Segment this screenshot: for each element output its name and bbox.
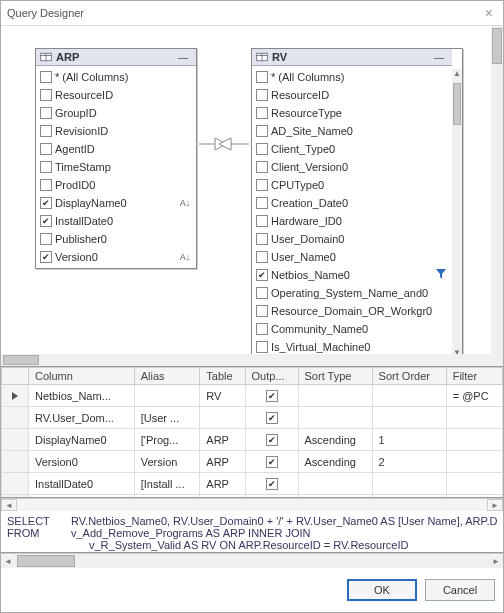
field-row[interactable]: AD_Site_Name0: [252, 122, 452, 140]
field-row[interactable]: DisplayName0A↓: [36, 194, 196, 212]
ok-button[interactable]: OK: [347, 579, 417, 601]
col-header-alias[interactable]: Alias: [134, 368, 200, 385]
cell-output[interactable]: [245, 407, 298, 429]
output-checkbox[interactable]: [266, 412, 278, 424]
row-selector[interactable]: [2, 429, 29, 451]
field-row[interactable]: ProdID0: [36, 176, 196, 194]
cell-table[interactable]: [200, 407, 245, 429]
row-selector[interactable]: [2, 385, 29, 407]
cell-sort_order[interactable]: [372, 473, 446, 495]
field-checkbox[interactable]: [40, 197, 52, 209]
field-checkbox[interactable]: [40, 71, 52, 83]
field-row[interactable]: CPUType0: [252, 176, 452, 194]
sql-pane[interactable]: SELECTRV.Netbios_Name0, RV.User_Domain0 …: [1, 511, 503, 553]
grid-row[interactable]: InstallDate0[Install ...ARP: [2, 473, 503, 495]
cell-filter[interactable]: [446, 451, 502, 473]
field-row[interactable]: Resource_Domain_OR_Workgr0: [252, 302, 452, 320]
field-row[interactable]: InstallDate0: [36, 212, 196, 230]
field-row[interactable]: RevisionID: [36, 122, 196, 140]
field-checkbox[interactable]: [256, 71, 268, 83]
grid-scroll-x[interactable]: ◄ ►: [1, 498, 503, 511]
cell-filter[interactable]: [446, 495, 502, 499]
cell-output[interactable]: [245, 385, 298, 407]
field-checkbox[interactable]: [256, 179, 268, 191]
row-selector[interactable]: [2, 407, 29, 429]
cell-filter[interactable]: [446, 407, 502, 429]
field-checkbox[interactable]: [256, 323, 268, 335]
cell-sort_order[interactable]: [372, 495, 446, 499]
scroll-right-icon[interactable]: ►: [487, 499, 503, 511]
scroll-right-icon[interactable]: ►: [489, 557, 503, 566]
cell-sort_order[interactable]: [372, 385, 446, 407]
field-checkbox[interactable]: [40, 233, 52, 245]
table-rv[interactable]: RV — * (All Columns)ResourceIDResourceTy…: [251, 48, 463, 359]
field-row[interactable]: User_Domain0: [252, 230, 452, 248]
cell-table[interactable]: ARP: [200, 473, 245, 495]
cell-sort_type[interactable]: Ascending: [298, 451, 372, 473]
row-selector[interactable]: [2, 451, 29, 473]
cell-sort_type[interactable]: Ascending: [298, 429, 372, 451]
scroll-thumb[interactable]: [453, 83, 461, 125]
col-header-sort-type[interactable]: Sort Type: [298, 368, 372, 385]
cell-output[interactable]: [245, 495, 298, 499]
field-row[interactable]: ResourceID: [36, 86, 196, 104]
field-checkbox[interactable]: [40, 161, 52, 173]
field-checkbox[interactable]: [40, 143, 52, 155]
field-checkbox[interactable]: [40, 179, 52, 191]
field-row[interactable]: Creation_Date0: [252, 194, 452, 212]
field-row[interactable]: Client_Type0: [252, 140, 452, 158]
field-checkbox[interactable]: [40, 89, 52, 101]
cell-alias[interactable]: [134, 495, 200, 499]
cell-table[interactable]: [200, 495, 245, 499]
field-checkbox[interactable]: [40, 125, 52, 137]
cell-table[interactable]: ARP: [200, 429, 245, 451]
grid-row[interactable]: Netbios_Nam...RV= @PC: [2, 385, 503, 407]
table-rv-header[interactable]: RV —: [252, 49, 452, 66]
cell-filter[interactable]: [446, 473, 502, 495]
grid-row[interactable]: Version0VersionARPAscending2: [2, 451, 503, 473]
field-checkbox[interactable]: [256, 89, 268, 101]
diagram-scroll-x[interactable]: [1, 354, 491, 366]
col-header-filter[interactable]: Filter: [446, 368, 502, 385]
row-selector[interactable]: [2, 473, 29, 495]
field-row[interactable]: Netbios_Name0: [252, 266, 452, 284]
criteria-grid-pane[interactable]: Column Alias Table Outp... Sort Type Sor…: [1, 367, 503, 498]
diagram-pane[interactable]: ARP — * (All Columns)ResourceIDGroupIDRe…: [1, 26, 503, 367]
cell-alias[interactable]: [Install ...: [134, 473, 200, 495]
field-checkbox[interactable]: [40, 251, 52, 263]
scroll-left-icon[interactable]: ◄: [1, 557, 15, 566]
field-row[interactable]: TimeStamp: [36, 158, 196, 176]
cell-filter[interactable]: = @PC: [446, 385, 502, 407]
field-row[interactable]: Publisher0: [36, 230, 196, 248]
scroll-left-icon[interactable]: ◄: [1, 499, 17, 511]
field-row[interactable]: Community_Name0: [252, 320, 452, 338]
field-row[interactable]: User_Name0: [252, 248, 452, 266]
cell-output[interactable]: [245, 451, 298, 473]
cell-column[interactable]: Version0: [29, 451, 135, 473]
field-checkbox[interactable]: [256, 233, 268, 245]
field-checkbox[interactable]: [256, 125, 268, 137]
criteria-grid[interactable]: Column Alias Table Outp... Sort Type Sor…: [1, 367, 503, 498]
table-arp-header[interactable]: ARP —: [36, 49, 196, 66]
output-checkbox[interactable]: [266, 390, 278, 402]
grid-row[interactable]: RV.User_Dom...[User ...: [2, 407, 503, 429]
cell-sort_type[interactable]: [298, 385, 372, 407]
cell-filter[interactable]: [446, 429, 502, 451]
table-rv-scrollbar[interactable]: ▲ ▼: [452, 69, 462, 358]
cell-column[interactable]: Netbios_Nam...: [29, 385, 135, 407]
scroll-thumb[interactable]: [492, 28, 502, 64]
cell-sort_order[interactable]: 2: [372, 451, 446, 473]
field-row[interactable]: ResourceID: [252, 86, 452, 104]
cell-sort_type[interactable]: [298, 473, 372, 495]
field-checkbox[interactable]: [256, 341, 268, 353]
field-checkbox[interactable]: [256, 269, 268, 281]
col-header-table[interactable]: Table: [200, 368, 245, 385]
cell-alias[interactable]: ['Prog...: [134, 429, 200, 451]
field-row[interactable]: Operating_System_Name_and0: [252, 284, 452, 302]
cell-output[interactable]: [245, 473, 298, 495]
cell-column[interactable]: [29, 495, 135, 499]
field-checkbox[interactable]: [40, 107, 52, 119]
cell-alias[interactable]: Version: [134, 451, 200, 473]
scroll-thumb[interactable]: [17, 555, 75, 567]
field-checkbox[interactable]: [256, 143, 268, 155]
